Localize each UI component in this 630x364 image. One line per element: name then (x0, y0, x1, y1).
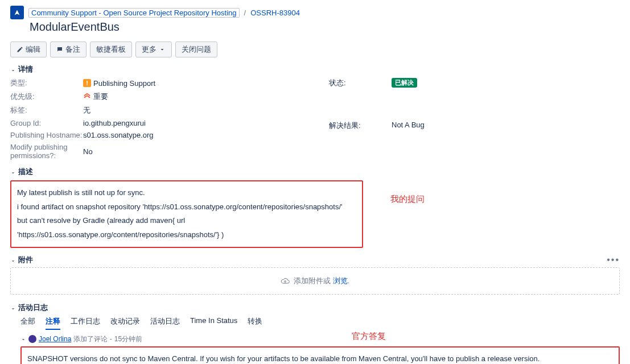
section-toggle-attachments[interactable]: 附件 (10, 255, 607, 265)
comment-line: SNAPSHOT versions do not sync to Maven C… (27, 352, 613, 364)
comment-action: 添加了评论 - (73, 334, 112, 344)
tab-comments[interactable]: 注释 (46, 316, 60, 330)
tab-time[interactable]: Time In Status (190, 316, 237, 330)
field-label-perm: Modify publishing permissions?: (10, 143, 83, 160)
tab-history[interactable]: 改动记录 (110, 316, 140, 330)
field-value-priority: 重要 (93, 92, 108, 102)
more-button[interactable]: 更多 (135, 42, 172, 57)
activity-tabs: 全部 注释 工作日志 改动记录 活动日志 Time In Status 转换 (20, 316, 620, 330)
comment-icon (56, 46, 63, 53)
field-value-host: s01.oss.sonatype.org (83, 131, 329, 139)
close-label: 关闭问题 (182, 44, 211, 55)
attachments-more-button[interactable]: ••• (607, 255, 620, 265)
description-line: but can't resolve by Gradle (already add… (17, 214, 356, 242)
section-toggle-activity[interactable]: 活动日志 (10, 303, 620, 313)
section-toggle-details[interactable]: 详情 (10, 64, 620, 75)
comment-body: SNAPSHOT versions do not sync to Maven C… (20, 346, 620, 364)
description-line: i found artifact on snapshot repository … (17, 200, 356, 214)
project-icon (10, 6, 24, 19)
edit-label: 编辑 (26, 44, 40, 55)
agile-button[interactable]: 敏捷看板 (90, 42, 132, 57)
field-label-priority: 优先级: (10, 92, 83, 102)
breadcrumb-project-link[interactable]: Community Support - Open Source Project … (28, 8, 240, 18)
description-content: My latest publish is still not up for sy… (10, 180, 363, 248)
field-label-status: 状态: (329, 78, 392, 117)
comment-time: 15分钟前 (114, 334, 142, 344)
details-panel: 类型: ! Publishing Support 优先级: 重要 标签: 无 G… (10, 78, 620, 160)
description-line: My latest publish is still not up for sy… (17, 186, 356, 200)
type-icon: ! (83, 79, 91, 87)
edit-button[interactable]: 编辑 (10, 42, 47, 57)
comment-author-link[interactable]: Joel Orlina (39, 335, 71, 343)
breadcrumb-issue-link[interactable]: OSSRH-83904 (250, 9, 300, 17)
tab-transitions[interactable]: 转换 (248, 316, 262, 330)
tab-all[interactable]: 全部 (20, 316, 35, 330)
chevron-down-icon (10, 305, 16, 311)
pencil-icon (17, 46, 23, 53)
field-label-labels: 标签: (10, 105, 83, 115)
close-issue-button[interactable]: 关闭问题 (175, 42, 217, 57)
tab-activity[interactable]: 活动日志 (150, 316, 180, 330)
chevron-down-icon (10, 257, 16, 263)
browse-link[interactable]: 浏览 (333, 276, 348, 285)
section-title-attachments: 附件 (18, 255, 33, 265)
field-value-perm: No (83, 143, 329, 160)
annotation-question: 我的提问 (390, 194, 425, 205)
section-title-description: 描述 (18, 167, 33, 177)
tab-worklog[interactable]: 工作日志 (71, 316, 100, 330)
section-title-activity: 活动日志 (18, 303, 48, 313)
remark-label: 备注 (65, 44, 80, 55)
section-toggle-description[interactable]: 描述 (10, 167, 620, 177)
dropzone-text: 添加附件或 (294, 276, 333, 285)
status-badge: 已解决 (392, 78, 417, 88)
upload-cloud-icon (281, 276, 290, 286)
avatar (28, 335, 36, 343)
chevron-down-icon[interactable] (20, 336, 26, 342)
field-value-resolution: Not A Bug (392, 121, 620, 160)
section-title-details: 详情 (18, 64, 33, 75)
page-title: ModularEventBus (30, 20, 620, 34)
agile-label: 敏捷看板 (96, 44, 126, 55)
chevron-down-icon (159, 46, 166, 53)
comment-header: Joel Orlina 添加了评论 - 15分钟前 (20, 334, 620, 344)
field-value-type: Publishing Support (93, 79, 155, 88)
more-label: 更多 (142, 44, 157, 55)
field-label-group: Group Id: (10, 119, 83, 127)
priority-icon (83, 93, 91, 101)
field-value-group: io.github.pengxurui (83, 119, 329, 127)
breadcrumb: Community Support - Open Source Project … (10, 6, 620, 19)
field-label-resolution: 解决结果: (329, 121, 392, 160)
annotation-answer: 官方答复 (352, 331, 386, 342)
chevron-down-icon (10, 67, 16, 72)
breadcrumb-separator: / (244, 9, 246, 17)
field-label-type: 类型: (10, 78, 83, 88)
field-value-labels: 无 (83, 105, 329, 115)
chevron-down-icon (10, 169, 16, 175)
attachment-dropzone[interactable]: 添加附件或 浏览. (10, 267, 620, 295)
toolbar: 编辑 备注 敏捷看板 更多 关闭问题 (10, 42, 620, 57)
remark-button[interactable]: 备注 (50, 42, 87, 57)
field-label-host: Publishing Hostname: (10, 131, 83, 139)
